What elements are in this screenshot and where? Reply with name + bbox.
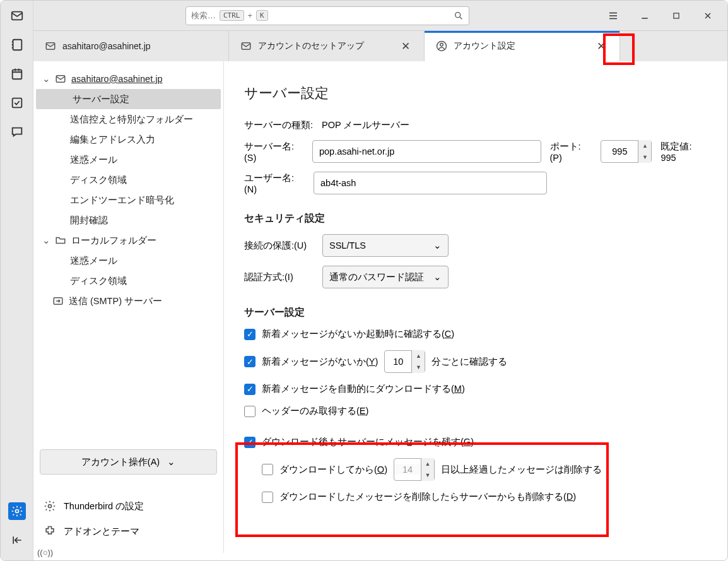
checkbox-icon[interactable]: ✓ [244,329,255,340]
tab-account-settings[interactable]: アカウント設定 ✕ [425,31,620,61]
maximize-button[interactable] [669,9,683,23]
activity-bar [1,1,33,560]
checkbox-icon[interactable]: ✓ [244,384,255,395]
tree-local-folders[interactable]: ⌄ ローカルフォルダー [33,230,223,251]
port-default-label: 既定値: 995 [660,141,708,163]
calendar-icon[interactable] [8,65,26,83]
svg-rect-6 [674,13,679,18]
tasks-icon[interactable] [8,94,26,112]
chevron-down-icon: ⌄ [433,240,442,251]
section-security: セキュリティ設定 [244,212,708,225]
chevron-down-icon: ⌄ [42,235,50,245]
tree-item-server-settings[interactable]: サーバー設定 [36,89,221,109]
spin-up-icon[interactable]: ▲ [412,350,425,362]
mail-icon [45,40,56,52]
check-auto-download[interactable]: ✓ 新着メッセージを自動的にダウンロードする(M) [244,383,708,395]
mail-icon [55,73,66,85]
gear-icon [44,500,56,512]
status-indicator: ((○)) [37,548,53,557]
svg-rect-2 [12,70,21,80]
settings-content: サーバー設定 サーバーの種類: POP メールサーバー サーバー名:(S) ポー… [224,61,727,553]
account-tree: ⌄ asahitaro@asahinet.jp サーバー設定 送信控えと特別なフ… [33,69,223,311]
tree-item-disk[interactable]: ディスク領域 [33,170,223,190]
search-icon[interactable] [454,11,464,21]
interval-stepper[interactable]: ▲▼ [384,350,425,373]
mail-icon[interactable] [8,7,26,25]
username-label: ユーザー名:(N) [244,172,305,194]
username-input[interactable] [314,172,547,194]
search-input[interactable]: 検索… CTRL + K [185,6,469,25]
tree-smtp[interactable]: 送信 (SMTP) サーバー [33,291,223,311]
tab-strip: asahitaro@asahinet.jp アカウントのセットアップ ✕ アカウ… [33,31,727,61]
auth-method-label: 認証方式:(I) [244,271,314,283]
page-title: サーバー設定 [244,84,708,103]
tree-item-e2e[interactable]: エンドツーエンド暗号化 [33,190,223,210]
check-delete-after-days[interactable]: ダウンロードしてから(O) ▲▼ 日以上経過したメッセージは削除する [244,458,708,481]
check-headers-only[interactable]: ヘッダーのみ取得する(E) [244,405,708,417]
window-controls [606,9,722,23]
connection-security-select[interactable]: SSL/TLS⌄ [322,234,449,257]
checkbox-icon[interactable] [262,464,273,475]
menu-icon[interactable] [606,9,620,23]
tab-label: asahitaro@asahinet.jp [62,41,151,51]
close-icon[interactable]: ✕ [399,38,413,54]
check-startup[interactable]: ✓ 新着メッセージがないか起動時に確認する(C) [244,328,708,340]
kbd-k: K [256,10,268,21]
days-stepper[interactable]: ▲▼ [394,458,435,481]
addons-link[interactable]: アドオンとテーマ [40,519,217,544]
tab-label: アカウントのセットアップ [258,40,364,52]
settings-icon[interactable] [8,502,26,520]
collapse-icon[interactable] [8,531,26,549]
checkbox-icon[interactable] [262,492,273,503]
tab-label: アカウント設定 [454,40,515,52]
spin-up-icon: ▲ [421,458,434,469]
check-leave-on-server[interactable]: ✓ ダウンロード後もサーバーにメッセージを残す(G) [244,436,708,448]
check-interval[interactable]: ✓ 新着メッセージがないか(Y) ▲▼ 分ごとに確認する [244,350,708,373]
port-stepper[interactable]: ▲▼ [601,140,652,163]
close-icon[interactable]: ✕ [594,38,608,54]
tree-item-receipts[interactable]: 開封確認 [33,210,223,230]
section-server: サーバー設定 [244,306,708,319]
tree-item-local-disk[interactable]: ディスク領域 [33,271,223,291]
server-name-label: サーバー名:(S) [244,141,303,163]
tree-label: asahitaro@asahinet.jp [71,74,163,84]
svg-point-13 [49,505,52,508]
addressbook-icon[interactable] [8,36,26,54]
tree-account[interactable]: ⌄ asahitaro@asahinet.jp [33,69,223,89]
tree-item-copies[interactable]: 送信控えと特別なフォルダー [33,109,223,129]
minimize-button[interactable] [638,9,652,23]
server-type-value: POP メールサーバー [322,119,409,131]
svg-point-4 [15,510,18,513]
tree-item-compose[interactable]: 編集とアドレス入力 [33,129,223,150]
tab-mailbox[interactable]: asahitaro@asahinet.jp [33,31,229,61]
account-actions-button[interactable]: アカウント操作(A) ⌄ [40,449,217,475]
svg-point-9 [440,44,443,47]
spin-down-icon[interactable]: ▼ [638,151,651,163]
search-placeholder: 検索… [191,10,216,21]
server-name-input[interactable] [312,140,541,163]
svg-rect-1 [13,40,21,50]
close-button[interactable] [701,9,715,23]
checkbox-icon[interactable]: ✓ [244,437,255,448]
tree-item-junk[interactable]: 迷惑メール [33,150,223,170]
tab-account-setup[interactable]: アカウントのセットアップ ✕ [229,31,425,61]
spin-up-icon[interactable]: ▲ [638,140,651,151]
kbd-ctrl: CTRL [220,10,244,21]
checkbox-icon[interactable]: ✓ [244,356,255,367]
chevron-down-icon: ⌄ [167,457,175,467]
svg-point-5 [455,12,461,17]
spin-down-icon[interactable]: ▼ [412,362,425,373]
thunderbird-settings-link[interactable]: Thunderbird の設定 [40,493,217,519]
mail-icon [240,40,252,52]
checkbox-icon[interactable] [244,406,255,417]
folder-icon [55,235,66,246]
port-label: ポート:(P) [550,141,592,163]
check-delete-from-server[interactable]: ダウンロードしたメッセージを削除したらサーバーからも削除する(D) [244,491,708,503]
settings-sidebar: ⌄ asahitaro@asahinet.jp サーバー設定 送信控えと特別なフ… [33,61,224,553]
titlebar: 検索… CTRL + K [1,1,727,31]
chat-icon[interactable] [8,123,26,141]
tree-item-local-junk[interactable]: 迷惑メール [33,251,223,271]
account-icon [436,40,447,52]
auth-method-select[interactable]: 通常のパスワード認証⌄ [322,266,449,288]
chevron-down-icon: ⌄ [42,74,50,84]
